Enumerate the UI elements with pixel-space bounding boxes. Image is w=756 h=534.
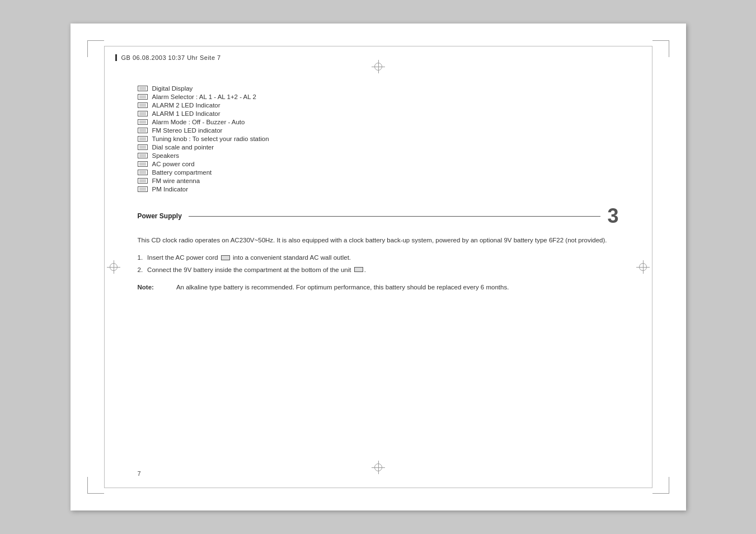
item-icon-4 bbox=[138, 111, 148, 116]
list-item: Speakers bbox=[138, 152, 619, 159]
inline-icon-2 bbox=[354, 267, 363, 272]
crosshair-top bbox=[372, 60, 385, 73]
numbered-item-1: 1. Insert the AC power cord into a conve… bbox=[138, 253, 619, 263]
crosshair-right bbox=[636, 260, 650, 274]
list-item: AC power cord bbox=[138, 161, 619, 167]
item-icon-1 bbox=[138, 86, 148, 91]
item-icon-10 bbox=[138, 161, 148, 167]
list-item: Alarm Selector : AL 1 - AL 1+2 - AL 2 bbox=[138, 93, 619, 100]
list-item: Tuning knob : To select your radio stati… bbox=[138, 135, 619, 142]
numbered-text-2: Connect the 9V battery inside the compar… bbox=[147, 265, 366, 275]
list-item: FM wire antenna bbox=[138, 177, 619, 184]
item-icon-9 bbox=[138, 153, 148, 158]
item-icon-12 bbox=[138, 178, 148, 184]
note-text: An alkaline type battery is recommended.… bbox=[176, 283, 509, 292]
crosshair-left bbox=[107, 260, 120, 274]
corner-mark-tl bbox=[87, 40, 104, 57]
border-top bbox=[104, 46, 652, 46]
document-page: GB 06.08.2003 10:37 Uhr Seite 7 Digital … bbox=[71, 24, 686, 510]
num-label-1: 1. bbox=[138, 253, 143, 263]
list-item: Digital Display bbox=[138, 85, 619, 92]
corner-mark-bl bbox=[87, 477, 104, 494]
item-label-1: Digital Display bbox=[152, 85, 193, 92]
border-left bbox=[104, 46, 105, 488]
section-number: 3 bbox=[607, 206, 618, 226]
content-area: Digital Display Alarm Selector : AL 1 - … bbox=[138, 85, 619, 455]
note-section: Note: An alkaline type battery is recomm… bbox=[138, 283, 619, 292]
body-paragraph: This CD clock radio operates on AC230V~5… bbox=[138, 235, 619, 245]
item-icon-7 bbox=[138, 136, 148, 142]
inline-icon-1 bbox=[221, 255, 230, 260]
header-text: GB 06.08.2003 10:37 Uhr Seite 7 bbox=[121, 54, 221, 61]
section-header: Power Supply 3 bbox=[138, 206, 619, 226]
border-bottom bbox=[104, 488, 652, 488]
num-label-2: 2. bbox=[138, 265, 143, 275]
item-label-13: PM Indicator bbox=[152, 186, 189, 193]
corner-mark-br bbox=[652, 477, 669, 494]
list-item: Battery compartment bbox=[138, 169, 619, 176]
item-label-10: AC power cord bbox=[152, 161, 195, 167]
item-icon-6 bbox=[138, 128, 148, 133]
item-label-12: FM wire antenna bbox=[152, 177, 200, 184]
item-label-6: FM Stereo LED indicator bbox=[152, 127, 223, 134]
list-item: FM Stereo LED indicator bbox=[138, 127, 619, 134]
numbered-item-2: 2. Connect the 9V battery inside the com… bbox=[138, 265, 619, 275]
item-label-3: ALARM 2 LED Indicator bbox=[152, 102, 220, 109]
item-label-8: Dial scale and pointer bbox=[152, 144, 214, 151]
corner-mark-tr bbox=[652, 40, 669, 57]
header-bar: GB 06.08.2003 10:37 Uhr Seite 7 bbox=[115, 54, 641, 61]
section-title: Power Supply bbox=[138, 212, 182, 220]
item-label-5: Alarm Mode : Off - Buzzer - Auto bbox=[152, 119, 245, 125]
list-item: ALARM 1 LED Indicator bbox=[138, 110, 619, 117]
item-label-9: Speakers bbox=[152, 152, 180, 159]
item-icon-13 bbox=[138, 186, 148, 192]
item-label-4: ALARM 1 LED Indicator bbox=[152, 110, 220, 117]
item-icon-5 bbox=[138, 119, 148, 125]
item-label-11: Battery compartment bbox=[152, 169, 212, 176]
numbered-list: 1. Insert the AC power cord into a conve… bbox=[138, 253, 619, 275]
numbered-text-1: Insert the AC power cord into a convenie… bbox=[147, 253, 351, 263]
item-list: Digital Display Alarm Selector : AL 1 - … bbox=[138, 85, 619, 193]
item-icon-3 bbox=[138, 102, 148, 108]
item-icon-11 bbox=[138, 170, 148, 175]
list-item: PM Indicator bbox=[138, 186, 619, 193]
section-line bbox=[189, 216, 601, 217]
item-icon-8 bbox=[138, 144, 148, 150]
page-number: 7 bbox=[138, 470, 141, 477]
list-item: Alarm Mode : Off - Buzzer - Auto bbox=[138, 119, 619, 125]
list-item: ALARM 2 LED Indicator bbox=[138, 102, 619, 109]
crosshair-bottom bbox=[372, 461, 385, 474]
list-item: Dial scale and pointer bbox=[138, 144, 619, 151]
item-label-7: Tuning knob : To select your radio stati… bbox=[152, 135, 269, 142]
item-icon-2 bbox=[138, 94, 148, 100]
border-right bbox=[652, 46, 652, 488]
item-label-2: Alarm Selector : AL 1 - AL 1+2 - AL 2 bbox=[152, 93, 256, 100]
note-label: Note: bbox=[138, 283, 154, 292]
